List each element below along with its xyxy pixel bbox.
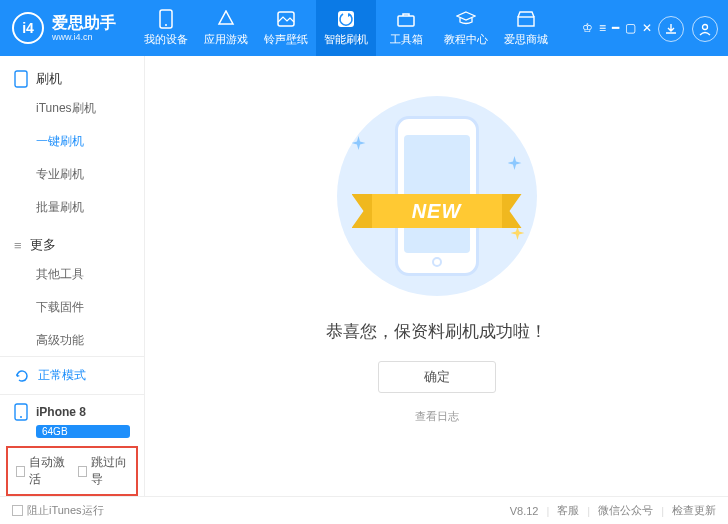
sidebar-item-oneclick-flash[interactable]: 一键刷机 — [0, 125, 144, 158]
top-nav: 我的设备 应用游戏 铃声壁纸 智能刷机 工具箱 教程中心 爱思商城 — [136, 0, 556, 56]
svg-point-9 — [20, 416, 22, 418]
checkbox-label: 自动激活 — [29, 454, 66, 488]
svg-point-1 — [165, 24, 167, 26]
svg-rect-5 — [518, 17, 534, 26]
main-content: NEW 恭喜您，保资料刷机成功啦！ 确定 查看日志 — [145, 56, 728, 496]
sidebar-item-batch-flash[interactable]: 批量刷机 — [0, 191, 144, 224]
nav-my-device[interactable]: 我的设备 — [136, 0, 196, 56]
skin-icon[interactable]: ♔ — [582, 21, 593, 35]
svg-rect-7 — [15, 71, 27, 87]
store-icon — [516, 9, 536, 29]
checkbox-stop-itunes[interactable]: 阻止iTunes运行 — [12, 503, 104, 518]
ok-button[interactable]: 确定 — [378, 361, 496, 393]
wechat-link[interactable]: 微信公众号 — [598, 503, 653, 518]
logo-url: www.i4.cn — [52, 32, 116, 42]
phone-icon — [156, 9, 176, 29]
refresh-icon — [14, 368, 30, 384]
nav-label: 爱思商城 — [504, 32, 548, 47]
version-label: V8.12 — [510, 505, 539, 517]
nav-tutorial[interactable]: 教程中心 — [436, 0, 496, 56]
success-message: 恭喜您，保资料刷机成功啦！ — [326, 320, 547, 343]
nav-store[interactable]: 爱思商城 — [496, 0, 556, 56]
maximize-icon[interactable]: ▢ — [625, 21, 636, 35]
sidebar-item-other-tools[interactable]: 其他工具 — [0, 258, 144, 291]
svg-rect-4 — [398, 16, 414, 26]
support-link[interactable]: 客服 — [557, 503, 579, 518]
phone-outline-icon — [14, 70, 28, 88]
sidebar-group-more: ≡ 更多 — [0, 232, 144, 258]
phone-icon — [14, 403, 28, 421]
checkbox-auto-activate[interactable]: 自动激活 — [16, 454, 66, 488]
device-info[interactable]: iPhone 8 64GB — [0, 394, 144, 446]
download-button[interactable] — [658, 16, 684, 42]
checkbox-label: 阻止iTunes运行 — [27, 503, 104, 518]
success-illustration: NEW — [337, 96, 537, 296]
status-text: 正常模式 — [38, 367, 86, 384]
view-log-link[interactable]: 查看日志 — [415, 409, 459, 424]
sidebar-item-advanced[interactable]: 高级功能 — [0, 324, 144, 356]
sidebar-item-pro-flash[interactable]: 专业刷机 — [0, 158, 144, 191]
sidebar: 刷机 iTunes刷机 一键刷机 专业刷机 批量刷机 ≡ 更多 其他工具 下载固… — [0, 56, 145, 496]
device-mode-status[interactable]: 正常模式 — [0, 356, 144, 394]
nav-toolbox[interactable]: 工具箱 — [376, 0, 436, 56]
nav-label: 应用游戏 — [204, 32, 248, 47]
check-update-link[interactable]: 检查更新 — [672, 503, 716, 518]
nav-label: 教程中心 — [444, 32, 488, 47]
app-logo: i4 爱思助手 www.i4.cn — [0, 12, 128, 44]
status-bar: 阻止iTunes运行 V8.12 | 客服 | 微信公众号 | 检查更新 — [0, 496, 728, 524]
nav-apps[interactable]: 应用游戏 — [196, 0, 256, 56]
apps-icon — [216, 9, 236, 29]
logo-icon: i4 — [12, 12, 44, 44]
window-controls: ♔ ≡ ━ ▢ ✕ — [582, 21, 652, 35]
group-label: 更多 — [30, 236, 56, 254]
group-label: 刷机 — [36, 70, 62, 88]
close-icon[interactable]: ✕ — [642, 21, 652, 35]
device-name: iPhone 8 — [36, 405, 86, 419]
checkbox-label: 跳过向导 — [91, 454, 128, 488]
wallpaper-icon — [276, 9, 296, 29]
menu-icon[interactable]: ≡ — [599, 21, 606, 35]
sidebar-item-itunes-flash[interactable]: iTunes刷机 — [0, 92, 144, 125]
nav-label: 我的设备 — [144, 32, 188, 47]
tutorial-icon — [456, 9, 476, 29]
sidebar-group-flash: 刷机 — [0, 66, 144, 92]
highlighted-options: 自动激活 跳过向导 — [6, 446, 138, 496]
header-right: ♔ ≡ ━ ▢ ✕ — [582, 14, 728, 42]
minimize-icon[interactable]: ━ — [612, 21, 619, 35]
nav-wallpaper[interactable]: 铃声壁纸 — [256, 0, 316, 56]
menu-icon: ≡ — [14, 238, 22, 253]
flash-icon — [336, 9, 356, 29]
sidebar-item-download-firmware[interactable]: 下载固件 — [0, 291, 144, 324]
nav-label: 智能刷机 — [324, 32, 368, 47]
storage-badge: 64GB — [36, 425, 130, 438]
app-header: i4 爱思助手 www.i4.cn 我的设备 应用游戏 铃声壁纸 智能刷机 工具… — [0, 0, 728, 56]
user-button[interactable] — [692, 16, 718, 42]
logo-title: 爱思助手 — [52, 14, 116, 32]
nav-flash[interactable]: 智能刷机 — [316, 0, 376, 56]
checkbox-skip-guide[interactable]: 跳过向导 — [78, 454, 128, 488]
new-ribbon: NEW — [352, 186, 522, 236]
svg-point-6 — [703, 25, 708, 30]
toolbox-icon — [396, 9, 416, 29]
nav-label: 铃声壁纸 — [264, 32, 308, 47]
nav-label: 工具箱 — [390, 32, 423, 47]
